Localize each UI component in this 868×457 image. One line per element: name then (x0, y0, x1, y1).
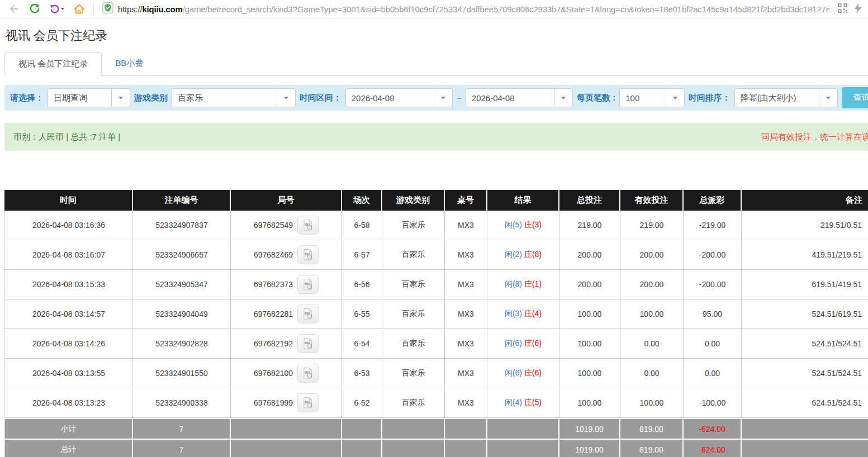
cell-result: 闲(5) 庄(3) (487, 211, 559, 240)
subtotal-label: 小计 (4, 418, 133, 439)
result-player: 闲(8) (505, 279, 522, 288)
cell-payout: -200.00 (684, 240, 742, 270)
cell-payout: 95.00 (684, 299, 742, 329)
cell-remark: 419.51/219.51 (742, 240, 868, 270)
cell-round: 697682100 (231, 359, 342, 388)
date-to-select[interactable]: 2026-04-08 (466, 88, 573, 107)
result-banker: 庄(4) (524, 309, 542, 318)
cell-game-type: 百家乐 (382, 299, 445, 329)
browser-toolbar: https://kiqiiu.com/game/betrecord_search… (0, 0, 868, 18)
url-domain: kiqiiu.com (142, 4, 182, 14)
film-clip-icon (302, 308, 314, 320)
address-bar[interactable]: https://kiqiiu.com/game/betrecord_search… (102, 2, 829, 16)
video-replay-button[interactable] (297, 304, 319, 323)
cell-payout: 0.00 (684, 329, 742, 359)
column-header: 有效投注 (620, 190, 684, 211)
film-clip-icon (302, 367, 314, 379)
refresh-icon[interactable] (29, 3, 41, 15)
date-from-value: 2026-04-08 (346, 89, 434, 107)
tab-bb-tips[interactable]: BB小费 (102, 52, 156, 75)
page-size-label: 每页笔数 : (577, 93, 615, 103)
qr-code-icon[interactable] (838, 3, 847, 15)
cell-bet-id: 523324902828 (133, 329, 231, 359)
result-banker: 庄(1) (524, 279, 542, 288)
result-banker: 庄(3) (524, 220, 542, 229)
back-icon[interactable] (8, 3, 20, 15)
cell-payout: -219.00 (684, 211, 742, 240)
cell-bet-id: 523324905347 (133, 270, 231, 299)
result-banker: 庄(5) (524, 398, 542, 407)
subtotal-count: 7 (133, 418, 231, 439)
film-clip-icon (302, 278, 314, 291)
game-type-select[interactable]: 百家乐 (172, 88, 296, 107)
column-header: 注单编号 (133, 190, 231, 211)
home-icon[interactable] (73, 3, 85, 15)
cell-result: 闲(2) 庄(8) (487, 240, 559, 270)
cell-table-no: MX3 (445, 329, 487, 359)
cell-result: 闲(4) 庄(5) (487, 388, 559, 418)
cell-session: 6-58 (342, 211, 382, 240)
column-header: 总投注 (559, 190, 620, 211)
round-number: 697682373 (254, 280, 293, 289)
cell-table-no: MX3 (445, 299, 487, 329)
table-row: 2026-04-08 03:13:23523324900338697681999… (4, 388, 868, 418)
cell-session: 6-55 (342, 299, 382, 329)
page-size-select[interactable]: 100 (619, 88, 684, 107)
cell-total-bet[interactable]: 100.00 (559, 388, 620, 418)
query-type-select[interactable]: 日期查询 (48, 88, 130, 107)
cell-total-bet[interactable]: 219.00 (559, 211, 620, 240)
cell-round: 697682373 (231, 270, 342, 299)
round-number: 697682469 (254, 250, 293, 259)
cell-total-bet[interactable]: 100.00 (559, 299, 620, 329)
result-player: 闲(5) (505, 220, 522, 229)
cell-time: 2026-04-08 03:16:07 (4, 240, 133, 270)
search-button[interactable]: 查询 (842, 87, 868, 108)
cell-remark: 524.51/524.51 (742, 329, 868, 359)
cell-round: 697681999 (231, 388, 342, 418)
cell-round: 697682549 (231, 211, 342, 240)
cell-payout: -200.00 (684, 270, 742, 299)
undo-icon[interactable] (49, 4, 64, 15)
round-number: 697682192 (254, 339, 293, 348)
column-header: 时间 (4, 190, 133, 211)
round-number: 697681999 (254, 398, 293, 407)
cell-remark: 524.51/524.51 (742, 359, 868, 388)
column-header: 场次 (342, 190, 382, 211)
cell-total-bet[interactable]: 100.00 (559, 329, 620, 359)
cell-time: 2026-04-08 03:13:55 (4, 359, 133, 388)
chevron-down-icon (819, 89, 837, 107)
result-banker: 庄(6) (524, 339, 542, 347)
cell-total-bet[interactable]: 100.00 (559, 359, 620, 388)
url-text[interactable]: https://kiqiiu.com/game/betrecord_search… (118, 4, 829, 14)
sort-label: 时间排序： (689, 93, 731, 103)
video-replay-button[interactable] (297, 275, 319, 294)
cell-total-bet[interactable]: 200.00 (559, 270, 620, 299)
chevron-down-icon (666, 89, 684, 107)
table-header-row: 时间注单编号局号场次游戏类别桌号结果总投注有效投注总派彩备注 (4, 190, 868, 211)
result-player: 闲(3) (505, 309, 522, 318)
table-row: 2026-04-08 03:14:57523324904049697682281… (4, 299, 868, 329)
cell-bet-id: 523324906657 (133, 240, 231, 270)
summary-notice: 同局有效投注，统一计算在该局 (761, 132, 868, 142)
cell-total-bet[interactable]: 200.00 (559, 240, 620, 270)
video-replay-button[interactable] (297, 364, 319, 383)
sort-select[interactable]: 降幂(由大到小) (734, 88, 838, 107)
result-player: 闲(6) (505, 368, 522, 377)
cell-round: 697682192 (231, 329, 342, 359)
filter-bar: 请选择： 日期查询 游戏类别 百家乐 时间区间： 2026-04-08 ~ 20… (4, 85, 868, 111)
undo-dropdown-caret[interactable] (61, 8, 64, 10)
date-range-label: 时间区间： (300, 93, 341, 103)
video-replay-button[interactable] (297, 216, 319, 235)
date-from-select[interactable]: 2026-04-08 (345, 88, 453, 107)
video-replay-button[interactable] (297, 393, 319, 412)
table-row: 2026-04-08 03:16:36523324907837697682549… (4, 211, 868, 240)
chevron-down-icon (277, 89, 295, 107)
shield-icon (102, 2, 113, 16)
summary-bar: 币别：人民币 | 总共 :7 注单 | 同局有效投注，统一计算在该局 (4, 123, 868, 151)
tab-bet-records[interactable]: 视讯 会员下注纪录 (4, 52, 102, 76)
video-replay-button[interactable] (297, 334, 319, 353)
cell-remark: 524.51/619.51 (742, 299, 868, 329)
lightning-icon[interactable] (854, 3, 862, 16)
video-replay-button[interactable] (297, 245, 319, 264)
column-header: 局号 (231, 190, 342, 211)
